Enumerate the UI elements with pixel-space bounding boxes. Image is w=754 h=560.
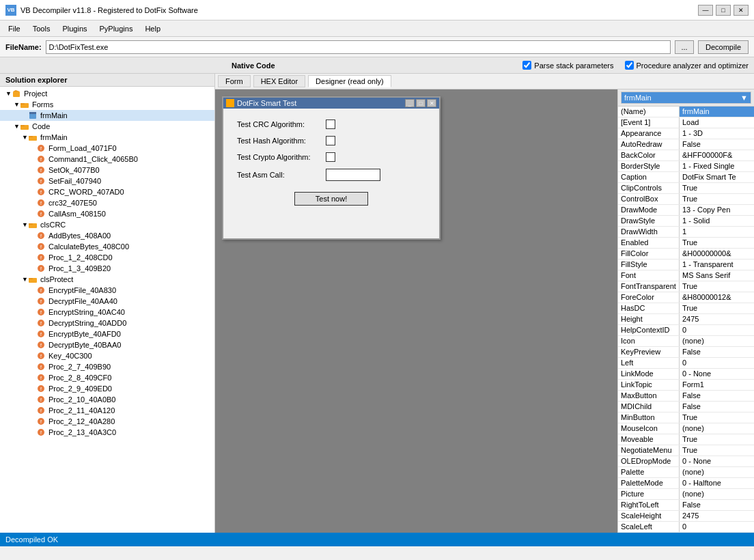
prop-row[interactable]: CaptionDotFix Smart Te: [618, 172, 754, 183]
prop-row[interactable]: Palette(none): [618, 467, 754, 478]
prop-row[interactable]: MinButtonTrue: [618, 412, 754, 423]
form-crypto-checkbox[interactable]: [326, 152, 335, 162]
prop-row[interactable]: DrawStyle1 - Solid: [618, 216, 754, 227]
tree-item-proc_2_13[interactable]: fProc_2_13_40A3C0: [0, 427, 214, 438]
prop-row[interactable]: Icon(none): [618, 336, 754, 347]
prop-row[interactable]: ScaleHeight2475: [618, 511, 754, 522]
procedure-analyzer-option[interactable]: Procedure analyzer and optimizer: [625, 61, 749, 70]
form-controls[interactable]: _ □ ✕: [405, 99, 436, 107]
tree-item-crc32[interactable]: fcrc32_407E50: [0, 197, 214, 208]
tree-item-cmd1[interactable]: fCommand1_Click_4065B0: [0, 154, 214, 165]
parse-stack-option[interactable]: Parse stack parameters: [522, 61, 613, 70]
prop-row[interactable]: (Name)frmMain: [618, 107, 754, 117]
test-now-button[interactable]: Test now!: [294, 192, 368, 206]
prop-row[interactable]: [Event 1]Load: [618, 117, 754, 128]
browse-button[interactable]: ...: [675, 40, 694, 54]
tree-item-callasm[interactable]: fCallAsm_408150: [0, 208, 214, 219]
prop-row[interactable]: MoveableTrue: [618, 434, 754, 445]
parse-stack-checkbox[interactable]: [522, 61, 531, 70]
prop-row[interactable]: FillStyle1 - Transparent: [618, 260, 754, 270]
close-button[interactable]: ✕: [734, 5, 749, 16]
prop-row[interactable]: BorderStyle1 - Fixed Single: [618, 161, 754, 172]
form-maximize-button[interactable]: □: [416, 99, 425, 107]
prop-row[interactable]: Height2475: [618, 314, 754, 325]
form-minimize-button[interactable]: _: [405, 99, 415, 107]
menu-file[interactable]: File: [3, 23, 26, 34]
tree-item-forms[interactable]: ▼Forms: [0, 99, 214, 110]
maximize-button[interactable]: □: [716, 5, 731, 16]
form-crc-checkbox[interactable]: [326, 120, 335, 129]
prop-row[interactable]: LinkMode0 - None: [618, 369, 754, 380]
tree-item-proc_2_10[interactable]: fProc_2_10_40A0B0: [0, 394, 214, 405]
tree-item-proc_2_7[interactable]: fProc_2_7_409B90: [0, 361, 214, 372]
tree-item-frmMain[interactable]: frmMain: [0, 110, 214, 121]
prop-row[interactable]: ScaleLeft0: [618, 522, 754, 533]
decompile-button[interactable]: Decompile: [698, 40, 749, 54]
prop-row[interactable]: BackColor&HFF00000F&: [618, 150, 754, 161]
prop-row[interactable]: MDIChildFalse: [618, 402, 754, 412]
tree-item-encFile[interactable]: fEncryptFile_40A830: [0, 285, 214, 296]
prop-row[interactable]: HasDCTrue: [618, 303, 754, 314]
prop-row[interactable]: FontTransparentTrue: [618, 281, 754, 292]
form-close-button[interactable]: ✕: [427, 99, 436, 107]
prop-row[interactable]: AutoRedrawFalse: [618, 139, 754, 150]
tab-form[interactable]: Form: [218, 75, 251, 87]
menu-tools[interactable]: Tools: [27, 23, 56, 34]
tree-item-crc_word[interactable]: fCRC_WORD_407AD0: [0, 186, 214, 197]
prop-row[interactable]: RightToLeftFalse: [618, 500, 754, 511]
tree-item-decFile[interactable]: fDecryptFile_40AA40: [0, 296, 214, 307]
prop-row[interactable]: Left0: [618, 358, 754, 369]
tree-item-proc_1_2[interactable]: fProc_1_2_408CD0: [0, 252, 214, 263]
tree-item-proc_2_12[interactable]: fProc_2_12_40A280: [0, 416, 214, 427]
prop-row[interactable]: HelpContextID0: [618, 325, 754, 336]
properties-dropdown[interactable]: frmMain ▼: [621, 92, 751, 104]
file-path-input[interactable]: [46, 40, 671, 54]
tree-item-clsCRC[interactable]: ▼clsCRC: [0, 219, 214, 230]
procedure-analyzer-checkbox[interactable]: [625, 61, 634, 70]
tree-item-addBytes[interactable]: fAddBytes_408A00: [0, 230, 214, 241]
tree-item-proc_1_3[interactable]: fProc_1_3_409B20: [0, 263, 214, 274]
tree-item-clsProtect[interactable]: ▼clsProtect: [0, 274, 214, 285]
prop-row[interactable]: Appearance1 - 3D: [618, 128, 754, 139]
tree-item-setok[interactable]: fSetOk_4077B0: [0, 165, 214, 176]
tree-item-decByte[interactable]: fDecryptByte_40BAA0: [0, 339, 214, 350]
menu-help[interactable]: Help: [139, 23, 166, 34]
menu-plugins[interactable]: Plugins: [57, 23, 92, 34]
minimize-button[interactable]: —: [698, 5, 713, 16]
tree-item-proc_2_9[interactable]: fProc_2_9_409ED0: [0, 383, 214, 394]
prop-row[interactable]: EnabledTrue: [618, 238, 754, 249]
tab-hex-editor[interactable]: HEX Editor: [253, 75, 305, 87]
prop-row[interactable]: ControlBoxTrue: [618, 194, 754, 205]
title-bar-controls[interactable]: — □ ✕: [698, 5, 749, 16]
prop-row[interactable]: MaxButtonFalse: [618, 391, 754, 402]
form-hash-checkbox[interactable]: [326, 136, 335, 145]
prop-row[interactable]: FontMS Sans Serif: [618, 270, 754, 281]
tree-item-encStr[interactable]: fEncryptString_40AC40: [0, 307, 214, 318]
prop-row[interactable]: MouseIcon(none): [618, 423, 754, 434]
tree-item-encByte[interactable]: fEncryptByte_40AFD0: [0, 328, 214, 339]
prop-row[interactable]: LinkTopicForm1: [618, 380, 754, 391]
prop-row[interactable]: FillColor&H00000000&: [618, 249, 754, 260]
prop-row[interactable]: OLEDropMode0 - None: [618, 456, 754, 467]
prop-row[interactable]: ClipControlsTrue: [618, 183, 754, 194]
tree-item-key[interactable]: fKey_40C300: [0, 350, 214, 361]
tab-designer[interactable]: Designer (read only): [308, 75, 391, 87]
solution-tree[interactable]: ▼Project▼FormsfrmMain▼Code▼frmMainfForm_…: [0, 87, 214, 533]
tree-item-form_load[interactable]: fForm_Load_4071F0: [0, 143, 214, 154]
prop-row[interactable]: PaletteMode0 - Halftone: [618, 478, 754, 489]
prop-row[interactable]: Picture(none): [618, 489, 754, 500]
prop-row[interactable]: DrawWidth1: [618, 227, 754, 238]
prop-row[interactable]: ForeColor&H80000012&: [618, 292, 754, 303]
tree-item-code[interactable]: ▼Code: [0, 121, 214, 132]
tree-item-frmMain2[interactable]: ▼frmMain: [0, 132, 214, 143]
tree-item-proc_2_11[interactable]: fProc_2_11_40A120: [0, 405, 214, 416]
prop-row[interactable]: DrawMode13 - Copy Pen: [618, 205, 754, 216]
tree-item-project[interactable]: ▼Project: [0, 88, 214, 99]
prop-row[interactable]: NegotiateMenuTrue: [618, 445, 754, 456]
tree-item-proc_2_8[interactable]: fProc_2_8_409CF0: [0, 372, 214, 383]
tree-item-calcBytes[interactable]: fCalculateBytes_408C00: [0, 241, 214, 252]
prop-row[interactable]: KeyPreviewFalse: [618, 347, 754, 358]
menu-pyplugins[interactable]: PyPlugins: [94, 23, 139, 34]
tree-item-setfail[interactable]: fSetFail_407940: [0, 176, 214, 186]
tree-item-decStr[interactable]: fDecryptString_40ADD0: [0, 318, 214, 328]
